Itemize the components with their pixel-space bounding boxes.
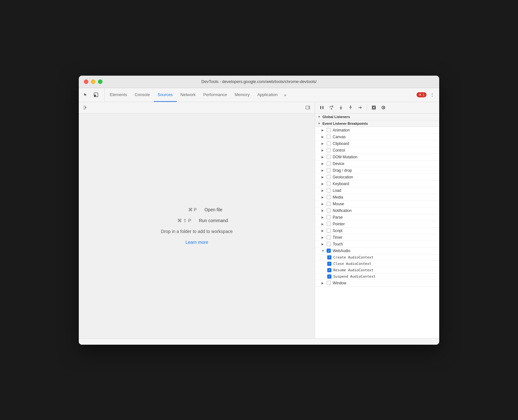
expand-arrow-global: ▼ <box>318 115 321 118</box>
bp-close-audio-context[interactable]: Close AudioContext <box>315 261 439 267</box>
expand-icon-parse: ▶ <box>322 216 325 219</box>
tab-network[interactable]: Network <box>177 88 200 102</box>
bp-checkbox-webaudio[interactable] <box>327 249 331 253</box>
bp-checkbox-pointer[interactable] <box>327 222 331 226</box>
bp-checkbox-parse[interactable] <box>327 215 331 219</box>
bp-checkbox-resume-audio-context[interactable] <box>327 268 331 272</box>
bp-suspend-audio-context[interactable]: Suspend AudioContext <box>315 274 439 280</box>
bp-checkbox-clipboard[interactable] <box>327 141 331 146</box>
event-listener-breakpoints-header[interactable]: ▼ Event Listener Breakpoints <box>315 120 439 127</box>
bp-checkbox-canvas[interactable] <box>327 135 331 139</box>
bp-timer[interactable]: ▶ Timer <box>315 234 439 241</box>
pause-button[interactable] <box>318 103 326 112</box>
tab-console[interactable]: Console <box>131 88 154 102</box>
close-button[interactable] <box>84 79 88 84</box>
bp-label-touch: Touch <box>333 242 343 246</box>
bp-label-drag-drop: Drag / drop <box>333 168 352 173</box>
bp-device[interactable]: ▶ Device <box>315 161 439 167</box>
error-badge[interactable]: ✕ 1 <box>417 92 426 97</box>
bp-canvas[interactable]: ▶ Canvas <box>315 134 439 140</box>
panel-right-toggle-icon[interactable] <box>303 103 312 112</box>
bp-checkbox-animation[interactable] <box>327 128 331 132</box>
open-file-keys: ⌘ P <box>171 207 197 212</box>
bp-touch[interactable]: ▶ Touch <box>315 241 439 248</box>
bp-checkbox-script[interactable] <box>327 229 331 233</box>
expand-icon-geolocation: ▶ <box>322 176 325 179</box>
more-options-icon[interactable]: ⋮ <box>428 90 437 99</box>
bp-checkbox-load[interactable] <box>327 188 331 192</box>
bp-checkbox-mouse[interactable] <box>327 202 331 206</box>
bp-checkbox-control[interactable] <box>327 148 331 152</box>
bp-dom-mutation[interactable]: ▶ DOM Mutation <box>315 154 439 161</box>
bp-notification[interactable]: ▶ Notification <box>315 207 439 214</box>
bp-checkbox-suspend-audio-context[interactable] <box>327 274 331 279</box>
expand-icon-timer: ▶ <box>322 236 325 239</box>
bp-mouse[interactable]: ▶ Mouse <box>315 201 439 207</box>
svg-rect-12 <box>383 107 383 109</box>
breakpoints-panel: ▼ Global Listeners ▼ Event Listener Brea… <box>315 114 439 338</box>
expand-icon-mouse: ▶ <box>322 202 325 206</box>
bp-geolocation[interactable]: ▶ Geolocation <box>315 174 439 181</box>
bp-create-audio-context[interactable]: Create AudioContext <box>315 254 439 261</box>
step-out-button[interactable] <box>346 103 355 112</box>
tab-bar-right: ✕ 1 ⋮ <box>417 88 437 102</box>
learn-more-link[interactable]: Learn more <box>185 240 208 245</box>
bp-window[interactable]: ▶ Window <box>315 280 439 287</box>
bp-checkbox-media[interactable] <box>327 195 331 199</box>
bp-control[interactable]: ▶ Control <box>315 147 439 154</box>
bp-label-mouse: Mouse <box>333 202 344 206</box>
expand-icon-load: ▶ <box>322 189 325 192</box>
tab-memory[interactable]: Memory <box>231 88 254 102</box>
bp-animation[interactable]: ▶ Animation <box>315 127 439 134</box>
maximize-button[interactable] <box>98 79 102 84</box>
bp-checkbox-geolocation[interactable] <box>327 175 331 179</box>
svg-point-9 <box>350 106 351 107</box>
global-listeners-header[interactable]: ▼ Global Listeners <box>315 114 439 120</box>
bp-checkbox-window[interactable] <box>327 281 331 285</box>
svg-rect-2 <box>84 106 85 109</box>
traffic-lights <box>84 79 102 84</box>
bp-drag-drop[interactable]: ▶ Drag / drop <box>315 167 439 174</box>
run-command-shortcut: ⌘ ⇧ P Run command <box>166 218 228 223</box>
tab-sources[interactable]: Sources <box>154 88 177 102</box>
tab-performance[interactable]: Performance <box>199 88 231 102</box>
bp-script[interactable]: ▶ Script <box>315 228 439 234</box>
bp-media[interactable]: ▶ Media <box>315 194 439 201</box>
bp-checkbox-keyboard[interactable] <box>327 182 331 186</box>
step-into-button[interactable] <box>337 103 345 112</box>
expand-icon-touch: ▶ <box>322 243 325 246</box>
open-file-label: Open file <box>204 207 222 212</box>
bp-keyboard[interactable]: ▶ Keyboard <box>315 181 439 187</box>
tab-elements[interactable]: Elements <box>106 88 131 102</box>
step-button[interactable] <box>356 103 364 112</box>
left-panel: ⌘ P Open file ⌘ ⇧ P Run command Drop in … <box>79 102 315 338</box>
bp-pointer[interactable]: ▶ Pointer <box>315 221 439 228</box>
cursor-icon[interactable] <box>81 90 90 99</box>
bp-checkbox-device[interactable] <box>327 161 331 166</box>
dock-icon[interactable] <box>92 90 100 99</box>
expand-icon-control: ▶ <box>322 149 325 152</box>
bp-checkbox-dom-mutation[interactable] <box>327 155 331 159</box>
bp-resume-audio-context[interactable]: Resume AudioContext <box>315 267 439 274</box>
bp-checkbox-drag-drop[interactable] <box>327 168 331 172</box>
bp-parse[interactable]: ▶ Parse <box>315 214 439 221</box>
tab-application[interactable]: Application <box>254 88 282 102</box>
bp-checkbox-timer[interactable] <box>327 235 331 239</box>
panel-toggle-icon[interactable] <box>81 103 90 112</box>
bp-load[interactable]: ▶ Load <box>315 187 439 194</box>
bp-checkbox-notification[interactable] <box>327 208 331 213</box>
expand-icon-canvas: ▶ <box>322 135 325 139</box>
toolbar-divider <box>367 104 367 111</box>
bp-checkbox-create-audio-context[interactable] <box>327 255 331 259</box>
bp-webaudio[interactable]: ▼ WebAudio <box>315 248 439 254</box>
bp-checkbox-close-audio-context[interactable] <box>327 262 331 266</box>
more-tabs-button[interactable]: » <box>281 88 289 102</box>
minimize-button[interactable] <box>91 79 95 84</box>
deactivate-breakpoints-button[interactable] <box>379 103 388 112</box>
bp-checkbox-touch[interactable] <box>327 242 331 246</box>
step-over-button[interactable] <box>327 103 336 112</box>
bp-clipboard[interactable]: ▶ Clipboard <box>315 140 439 147</box>
bp-label-clipboard: Clipboard <box>333 141 349 146</box>
bp-label-webaudio: WebAudio <box>333 249 350 253</box>
blackbox-icon[interactable] <box>370 103 378 112</box>
